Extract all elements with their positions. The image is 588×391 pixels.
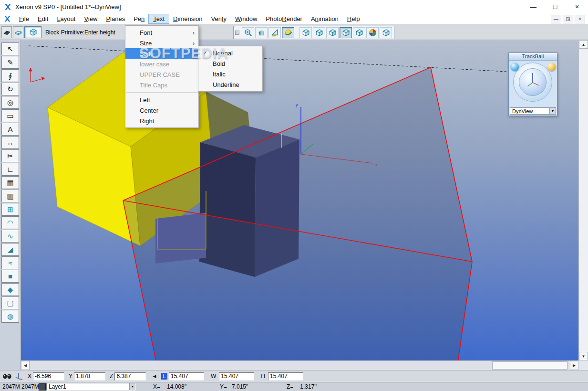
spring-tool[interactable]: ∮ [1, 69, 19, 82]
dome-tool[interactable]: ◠ [1, 216, 19, 229]
text-menu-item-style[interactable]: Style› [125, 48, 198, 59]
hatch-tool[interactable]: ▦ [1, 176, 19, 189]
layer-selector[interactable]: Layer1 ▼ [46, 383, 136, 391]
toolbar-grip[interactable] [235, 31, 239, 35]
style-submenu-item-italic[interactable]: Italic [198, 69, 262, 79]
view-back-button[interactable] [380, 27, 392, 38]
corner-tool[interactable]: ∟ [1, 163, 19, 176]
slab-primitive-button[interactable] [13, 26, 23, 38]
scroll-left-button[interactable]: ◀ [21, 361, 30, 370]
view-top-button[interactable] [326, 27, 339, 38]
menu-file[interactable]: File [15, 14, 33, 23]
circle-tool[interactable]: ◎ [1, 96, 19, 109]
style-submenu-item-underline[interactable]: Underline [198, 79, 262, 90]
trackball-ring[interactable] [513, 63, 552, 102]
menu-pen[interactable]: Pen [129, 14, 149, 23]
w-dimension-field[interactable]: 15.407 [219, 372, 254, 380]
drawing-area[interactable]: y x [21, 40, 578, 360]
submenu-arrow-icon: › [193, 50, 195, 57]
sweep-tool[interactable]: ∿ [1, 230, 19, 243]
text-menu-item-font[interactable]: Font› [125, 27, 198, 38]
rectangle-tool[interactable]: ▭ [1, 109, 19, 122]
menu-verify[interactable]: Verify [207, 14, 231, 23]
collapse-arrow-icon[interactable]: ◀ [153, 374, 156, 379]
menu-view[interactable]: View [80, 14, 102, 23]
view-left-button[interactable] [353, 27, 365, 38]
mdi-close-button[interactable]: × [575, 15, 585, 23]
y-coordinate-field[interactable]: 1.878 [74, 372, 105, 380]
scroll-up-button[interactable]: ▲ [579, 40, 588, 49]
snap-axes-icon[interactable] [14, 372, 23, 380]
menu-photorender[interactable]: PhotoRender [261, 14, 307, 23]
view-dropdown-arrow-icon[interactable]: ▼ [549, 108, 556, 114]
view-selector[interactable]: DynView ▼ [510, 107, 556, 115]
rotate-tool[interactable]: ↻ [1, 83, 19, 95]
wedge-tool[interactable]: ◢ [1, 243, 19, 256]
trackball-title[interactable]: TrackBall [509, 53, 557, 61]
cylinder-solid-tool[interactable]: ◍ [1, 310, 19, 323]
scroll-down-button[interactable]: ▼ [579, 352, 588, 360]
trackball-lock-ball-icon[interactable] [547, 63, 556, 71]
menu-layout[interactable]: Layout [52, 14, 80, 23]
vertical-scrollbar[interactable]: ▲ ▼ [578, 40, 588, 360]
block-solid-tool[interactable]: ■ [1, 270, 19, 283]
menu-text[interactable]: Text [149, 14, 169, 23]
style-submenu-item-normal[interactable]: ✓Normal [198, 48, 262, 58]
mdi-restore-button[interactable]: ◳ [563, 15, 573, 23]
pattern-tool[interactable]: ▥ [1, 190, 19, 202]
minimize-button[interactable]: — [522, 0, 544, 13]
menu-planes[interactable]: Planes [102, 14, 129, 23]
trackball-rotate-ball-icon[interactable] [510, 63, 519, 71]
maximize-button[interactable]: □ [544, 0, 566, 13]
plane-axes-marker-icon [29, 68, 45, 82]
close-button[interactable]: × [566, 0, 588, 13]
measure-button[interactable] [268, 27, 281, 38]
l-dimension-field[interactable]: 15.407 [169, 372, 204, 380]
render-mode-button[interactable] [366, 27, 379, 38]
trackball-ball[interactable] [519, 68, 547, 96]
wave-surface-tool[interactable]: ≈ [1, 256, 19, 269]
scroll-right-button[interactable]: ▶ [570, 361, 578, 370]
mdi-minimize-button[interactable]: — [551, 15, 561, 23]
pen-tool[interactable]: ✎ [1, 56, 19, 69]
text-menu-item-left[interactable]: Left [125, 95, 198, 105]
menu-window[interactable]: Window [231, 14, 261, 23]
scene-svg[interactable]: y x [21, 40, 578, 360]
text-tool[interactable]: A [1, 123, 19, 136]
extrude-tool[interactable]: ⊞ [1, 203, 19, 216]
layer-dropdown-arrow-icon[interactable]: ▼ [129, 383, 135, 390]
view-isometric-button[interactable] [299, 27, 312, 38]
text-menu-item-title-caps[interactable]: Title Caps [125, 80, 198, 90]
stretch-tool[interactable]: ↔ [1, 136, 19, 149]
x-coordinate-field[interactable]: -6.596 [33, 372, 64, 380]
shell-solid-tool[interactable]: ▢ [1, 296, 19, 309]
plane-primitive-button[interactable] [1, 26, 12, 38]
zoom-in-button[interactable] [242, 27, 254, 38]
select-tool[interactable]: ↖ [1, 42, 19, 55]
z-coordinate-field[interactable]: 6.387 [114, 372, 146, 380]
menu-edit[interactable]: Edit [33, 14, 52, 23]
h-dimension-field[interactable]: 15.407 [268, 372, 303, 380]
menu-animation[interactable]: Animation [307, 14, 343, 23]
text-menu-item-lower-case[interactable]: lower case [125, 59, 198, 69]
menu-help[interactable]: Help [343, 14, 364, 23]
text-menu-item-upper-case[interactable]: UPPER CASE [125, 69, 198, 80]
style-submenu-item-bold[interactable]: Bold [198, 58, 262, 69]
text-menu-item-center[interactable]: Center [125, 105, 198, 116]
snap-eye-icon[interactable] [2, 373, 12, 380]
horizontal-scrollbar-thumb[interactable] [492, 361, 567, 370]
primitive-mode-buttons [1, 26, 41, 38]
menu-dimension[interactable]: Dimension [169, 14, 206, 23]
text-menu-item-right[interactable]: Right [125, 116, 198, 126]
chamfer-solid-tool[interactable]: ◆ [1, 283, 19, 296]
text-menu-item-size[interactable]: Size› [125, 38, 198, 48]
vertical-axis-label: y [296, 103, 298, 107]
layer-icon[interactable] [39, 383, 46, 391]
pan-button[interactable] [255, 27, 268, 38]
knife-tool[interactable]: ✂ [1, 149, 19, 162]
view-right-button[interactable] [340, 27, 352, 38]
horizontal-scrollbar[interactable]: ◀ ▶ [21, 360, 578, 370]
orbit-button[interactable] [282, 27, 294, 38]
view-front-button[interactable] [313, 27, 325, 38]
block-primitive-button[interactable] [24, 26, 41, 38]
